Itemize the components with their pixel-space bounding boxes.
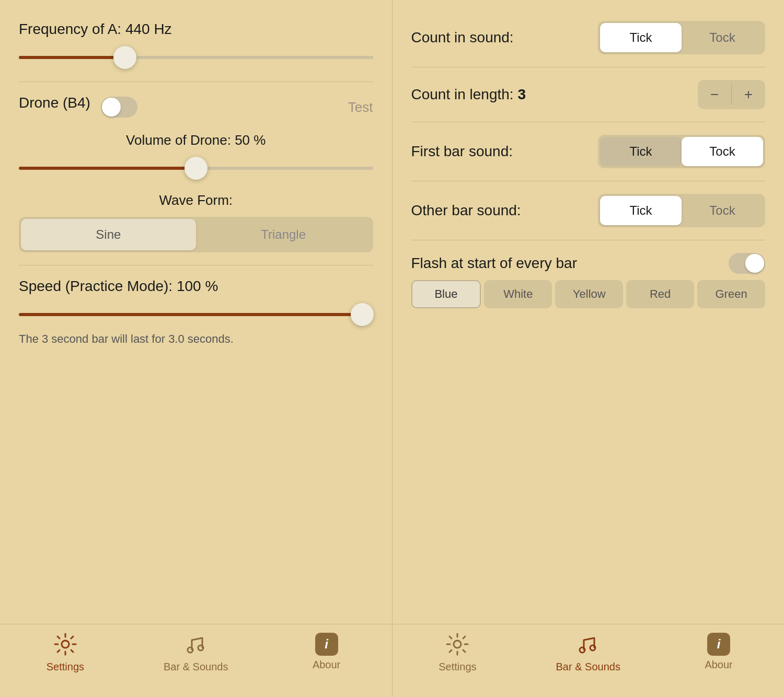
speed-track: [19, 313, 373, 316]
left-tab-bar-sounds[interactable]: Bar & Sounds: [131, 633, 261, 673]
waveform-triangle-button[interactable]: Triangle: [196, 219, 371, 250]
other-bar-sound-label: Other bar sound:: [411, 202, 521, 219]
divider-r3: [411, 181, 766, 181]
color-blue-button[interactable]: Blue: [411, 280, 481, 308]
color-selector: Blue White Yellow Red Green: [411, 280, 766, 308]
right-tab-about[interactable]: i Abour: [653, 633, 784, 671]
count-in-sound-tick[interactable]: Tick: [600, 23, 682, 52]
drone-volume-thumb[interactable]: [185, 157, 207, 180]
drone-volume-fill: [19, 167, 196, 170]
drone-label: Drone (B4): [19, 95, 90, 111]
frequency-slider[interactable]: [19, 46, 373, 69]
count-in-sound-row: Count in sound: Tick Tock: [411, 21, 766, 54]
count-in-length-row: Count in length: 3 − +: [411, 80, 766, 109]
other-bar-sound-segmented: Tick Tock: [598, 194, 765, 227]
speed-thumb[interactable]: [351, 303, 374, 326]
speed-label: Speed (Practice Mode): 100 %: [19, 278, 373, 295]
count-in-sound-tock[interactable]: Tock: [682, 23, 763, 52]
flash-toggle[interactable]: [729, 253, 765, 274]
left-tab-bar: Settings Bar & Sounds i Abour: [0, 624, 392, 697]
frequency-track: [19, 56, 373, 59]
info-icon: i: [315, 633, 338, 656]
count-increase-button[interactable]: +: [732, 80, 765, 109]
test-button[interactable]: Test: [348, 99, 373, 115]
drone-volume-track: [19, 167, 373, 170]
count-in-length-label: Count in length: 3: [411, 86, 526, 103]
right-tab-about-label: Abour: [705, 659, 732, 671]
frequency-label: Frequency of A: 440 Hz: [19, 21, 373, 38]
drone-volume-slider[interactable]: [19, 157, 373, 180]
left-panel: Frequency of A: 440 Hz Drone (B4) Test V…: [0, 0, 393, 697]
left-tab-bar-sounds-label: Bar & Sounds: [164, 661, 228, 673]
bar-duration-text: The 3 second bar will last for 3.0 secon…: [19, 332, 373, 346]
divider-r4: [411, 240, 766, 240]
divider-r1: [411, 67, 766, 67]
info-icon-right: i: [707, 633, 730, 656]
first-bar-sound-segmented: Tick Tock: [598, 135, 765, 168]
svg-point-1: [188, 647, 193, 653]
count-decrease-button[interactable]: −: [698, 80, 731, 109]
settings-icon-right: [446, 633, 469, 658]
drone-row: Drone (B4) Test: [19, 95, 373, 120]
color-yellow-button[interactable]: Yellow: [555, 280, 623, 308]
right-panel: Count in sound: Tick Tock Count in lengt…: [393, 0, 785, 697]
frequency-thumb[interactable]: [113, 46, 136, 69]
waveform-section: Wave Form: Sine Triangle: [19, 192, 373, 252]
right-tab-settings-label: Settings: [439, 661, 476, 673]
waveform-segmented: Sine Triangle: [19, 217, 373, 252]
right-tab-bar: Settings Bar & Sounds i Abour: [393, 624, 785, 697]
frequency-fill: [19, 56, 125, 59]
speed-fill: [19, 313, 362, 316]
color-red-button[interactable]: Red: [626, 280, 694, 308]
other-bar-tick[interactable]: Tick: [600, 196, 682, 225]
left-tab-about-label: Abour: [313, 659, 340, 671]
left-tab-settings-label: Settings: [47, 661, 84, 673]
other-bar-sound-row: Other bar sound: Tick Tock: [411, 194, 766, 227]
drone-toggle-knob: [102, 98, 121, 117]
first-bar-sound-label: First bar sound:: [411, 143, 513, 160]
left-tab-about[interactable]: i Abour: [261, 633, 392, 671]
frequency-section: Frequency of A: 440 Hz: [19, 21, 373, 69]
divider-r2: [411, 122, 766, 122]
svg-point-5: [590, 645, 595, 650]
first-bar-tock[interactable]: Tock: [682, 137, 763, 166]
first-bar-tick[interactable]: Tick: [600, 137, 682, 166]
svg-point-2: [198, 645, 203, 650]
settings-icon: [54, 633, 77, 658]
divider-2: [19, 265, 373, 265]
drone-toggle[interactable]: [101, 97, 137, 118]
speed-slider[interactable]: [19, 303, 373, 326]
svg-point-0: [62, 641, 69, 648]
count-in-sound-segmented: Tick Tock: [598, 21, 765, 54]
right-tab-bar-sounds[interactable]: Bar & Sounds: [523, 633, 653, 673]
svg-point-4: [580, 647, 585, 653]
music-icon-right: [577, 633, 599, 658]
count-in-sound-label: Count in sound:: [411, 29, 514, 46]
count-in-length-control: − +: [698, 80, 765, 109]
waveform-sine-button[interactable]: Sine: [21, 219, 196, 250]
right-tab-bar-sounds-label: Bar & Sounds: [556, 661, 620, 673]
right-tab-settings[interactable]: Settings: [393, 633, 523, 673]
color-green-button[interactable]: Green: [697, 280, 765, 308]
waveform-label: Wave Form:: [19, 192, 373, 208]
music-icon: [185, 633, 207, 658]
flash-label: Flash at start of every bar: [411, 255, 577, 272]
svg-point-3: [454, 641, 461, 648]
other-bar-tock[interactable]: Tock: [682, 196, 763, 225]
drone-section: Drone (B4) Test Volume of Drone: 50 %: [19, 95, 373, 180]
divider-1: [19, 82, 373, 82]
drone-volume-label: Volume of Drone: 50 %: [19, 132, 373, 148]
left-tab-settings[interactable]: Settings: [0, 633, 131, 673]
color-white-button[interactable]: White: [484, 280, 552, 308]
flash-toggle-knob: [745, 254, 764, 273]
speed-section: Speed (Practice Mode): 100 % The 3 secon…: [19, 278, 373, 346]
first-bar-sound-row: First bar sound: Tick Tock: [411, 135, 766, 168]
flash-row: Flash at start of every bar: [411, 253, 766, 274]
